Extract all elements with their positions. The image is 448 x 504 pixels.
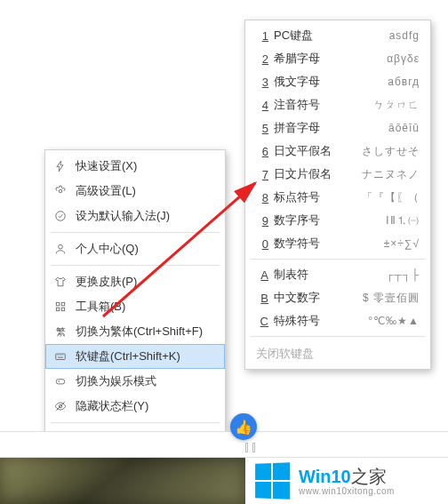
menu-label: 工具箱(B) (76, 299, 125, 315)
keyboard-layout-item[interactable]: 8标点符号「『【〖（ (245, 186, 430, 209)
layout-name: 注音符号 (274, 97, 373, 113)
check-circle-icon (52, 210, 68, 222)
svg-rect-6 (61, 308, 65, 311)
svg-point-1 (56, 212, 66, 221)
layout-name: 特殊符号 (274, 313, 368, 329)
svg-point-0 (59, 189, 62, 193)
brand-title: Win10之家 (299, 467, 395, 486)
layout-name: 标点符号 (274, 189, 362, 205)
keyboard-layout-item[interactable]: 7日文片假名ナニヌネノ (245, 163, 430, 186)
keyboard-layout-item[interactable]: A制表符┌┬┐├ (245, 263, 430, 286)
layout-sample: ⅠⅡ⒈㈠ (386, 213, 420, 228)
layout-name: 数字序号 (274, 212, 386, 228)
layout-name: 中文数字 (274, 290, 363, 306)
layout-sample: °℃‰★▲ (368, 315, 420, 327)
status-bar (0, 431, 448, 458)
background-photo (0, 458, 245, 504)
person-icon (52, 243, 68, 255)
advanced-settings-item[interactable]: 高级设置(L) (45, 179, 225, 204)
entertainment-mode-item[interactable]: 切换为娱乐模式 (45, 369, 225, 394)
layout-name: 拼音字母 (274, 120, 388, 136)
lightning-icon (52, 160, 68, 172)
personal-center-item[interactable]: 个人中心(Q) (45, 236, 225, 261)
keyboard-layout-item[interactable]: 6日文平假名さしすせそ (245, 140, 430, 163)
menu-label: 切换为繁体(Ctrl+Shift+F) (76, 324, 203, 340)
hotkey: 6 (256, 145, 268, 158)
hotkey: B (256, 292, 268, 305)
keyboard-layout-item[interactable]: 0数学符号±×÷∑√ (245, 232, 430, 255)
toolbox-item[interactable]: 工具箱(B) (45, 294, 225, 319)
footer-strip: Win10之家 www.win10xitong.com (0, 458, 448, 504)
hotkey: 3 (256, 76, 268, 89)
layout-name: 数学符号 (274, 236, 384, 252)
layout-sample: $ 零壹佰圓 (363, 291, 420, 306)
svg-point-2 (59, 244, 63, 249)
layout-sample: абвгд (388, 76, 420, 88)
menu-separator (51, 232, 220, 233)
bottom-area: ⫿⫿ 👍 Win10之家 www.win10xitong.com (0, 422, 448, 504)
keyboard-icon (52, 350, 68, 363)
layout-name: 日文片假名 (274, 166, 362, 182)
menu-label: 快速设置(X) (76, 158, 137, 174)
layout-name: 制表符 (274, 267, 386, 283)
layout-sample: ㄅㄆㄇㄈ (373, 98, 420, 113)
menu-separator (251, 336, 425, 337)
layout-sample: āōēīū (388, 122, 420, 134)
hotkey: 8 (256, 191, 268, 204)
close-soft-keyboard-item[interactable]: 关闭软键盘 (245, 340, 430, 365)
hotkey: 4 (256, 99, 268, 112)
brand-watermark: Win10之家 www.win10xitong.com (245, 458, 448, 504)
keyboard-layout-item[interactable]: 1PC键盘asdfg (245, 24, 430, 47)
hotkey: 5 (256, 122, 268, 135)
hotkey: 2 (256, 52, 268, 66)
gear-icon (52, 185, 68, 197)
quick-settings-item[interactable]: 快速设置(X) (45, 154, 225, 179)
eye-off-icon (52, 400, 68, 412)
hide-statusbar-item[interactable]: 隐藏状态栏(Y) (45, 394, 225, 419)
traditional-icon: 繁 (52, 325, 68, 339)
soft-keyboard-submenu: 1PC键盘asdfg2希腊字母αβγδε3俄文字母абвгд4注音符号ㄅㄆㄇㄈ5… (244, 20, 431, 370)
hotkey: C (256, 315, 268, 328)
grid-icon (52, 300, 68, 313)
thumbs-up-button[interactable]: 👍 (230, 413, 257, 440)
switch-traditional-item[interactable]: 繁 切换为繁体(Ctrl+Shift+F) (45, 319, 225, 344)
brand-url: www.win10xitong.com (299, 486, 395, 496)
svg-rect-5 (56, 308, 60, 311)
hotkey: A (256, 268, 268, 282)
menu-label: 切换为娱乐模式 (76, 373, 156, 389)
keyboard-layout-item[interactable]: 2希腊字母αβγδε (245, 47, 430, 70)
menu-label: 软键盘(Ctrl+Shift+K) (76, 348, 180, 364)
menu-separator (51, 265, 220, 266)
windows-logo-icon (255, 462, 290, 499)
layout-sample: ±×÷∑√ (384, 237, 420, 250)
menu-label: 隐藏状态栏(Y) (76, 398, 148, 414)
menu-label: 个人中心(Q) (76, 241, 139, 257)
layout-name: 希腊字母 (274, 51, 387, 67)
layout-name: PC键盘 (274, 28, 389, 44)
keyboard-layout-item[interactable]: 4注音符号ㄅㄆㄇㄈ (245, 93, 430, 116)
menu-label: 更换皮肤(P) (76, 274, 137, 290)
hotkey: 9 (256, 214, 268, 228)
layout-sample: ナニヌネノ (362, 167, 420, 182)
hotkey: 0 (256, 237, 268, 251)
svg-rect-4 (61, 302, 65, 306)
keyboard-layout-item[interactable]: C特殊符号°℃‰★▲ (245, 309, 430, 332)
layout-sample: さしすせそ (362, 144, 420, 159)
game-icon (52, 375, 68, 388)
layout-name: 俄文字母 (274, 74, 388, 90)
keyboard-layout-item[interactable]: 3俄文字母абвгд (245, 70, 430, 93)
hotkey: 7 (256, 168, 268, 181)
layout-sample: ┌┬┐├ (386, 268, 420, 281)
menu-label: 高级设置(L) (76, 183, 136, 199)
set-default-ime-item[interactable]: 设为默认输入法(J) (45, 204, 225, 228)
shirt-icon (52, 276, 68, 288)
keyboard-layout-item[interactable]: 5拼音字母āōēīū (245, 116, 430, 140)
keyboard-layout-item[interactable]: B中文数字$ 零壹佰圓 (245, 286, 430, 309)
change-skin-item[interactable]: 更换皮肤(P) (45, 269, 225, 294)
soft-keyboard-item[interactable]: 软键盘(Ctrl+Shift+K) (45, 344, 225, 369)
hotkey: 1 (256, 29, 268, 43)
keyboard-layout-item[interactable]: 9数字序号ⅠⅡ⒈㈠ (245, 209, 430, 232)
svg-rect-3 (56, 302, 60, 306)
book-icon[interactable]: ⫿⫿ (244, 439, 258, 455)
menu-separator (251, 259, 425, 260)
